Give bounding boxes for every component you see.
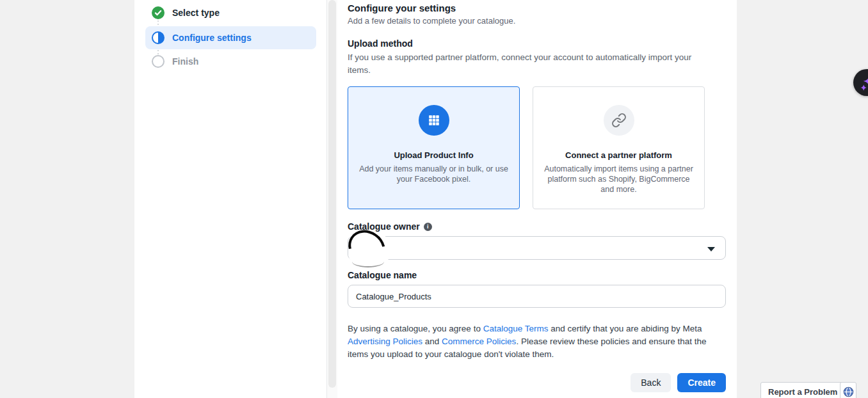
commerce-policies-link[interactable]: Commerce Policies — [442, 337, 516, 346]
grid-icon — [419, 105, 449, 136]
check-icon — [152, 6, 165, 19]
steps-sidebar: Select type Configure settings Finish — [134, 0, 327, 398]
step-connector-dots — [157, 20, 159, 25]
upload-method-label: Upload method — [348, 38, 413, 49]
card-title: Upload Product Info — [357, 150, 511, 160]
info-icon[interactable] — [424, 223, 432, 231]
card-description: Add your items manually or in bulk, or u… — [357, 164, 511, 184]
step-label: Configure settings — [172, 33, 252, 43]
upload-method-description: If you use a supported partner platform,… — [348, 51, 700, 77]
sparkles-icon — [857, 73, 868, 92]
catalogue-name-input[interactable] — [348, 285, 726, 308]
page: Select type Configure settings Finish Co… — [0, 0, 868, 398]
terms-segment: By using a catalogue, you agree to — [348, 324, 483, 333]
globe-icon — [843, 386, 854, 397]
link-icon — [604, 105, 634, 136]
language-button[interactable] — [840, 382, 856, 398]
page-subtitle: Add a few details to complete your catal… — [348, 16, 515, 26]
scrollbar-track[interactable] — [327, 0, 337, 398]
card-title: Connect a partner platform — [542, 150, 696, 160]
option-upload-product-info[interactable]: Upload Product Info Add your items manua… — [348, 86, 520, 209]
step-configure-settings[interactable]: Configure settings — [145, 26, 316, 49]
card-description: Automatically import items using a partn… — [542, 164, 696, 195]
step-finish[interactable]: Finish — [145, 50, 316, 73]
ai-assistant-button[interactable] — [853, 69, 868, 96]
step-label: Select type — [172, 8, 220, 18]
main-panel: Configure your settings Add a few detail… — [337, 0, 737, 398]
terms-segment: and — [422, 337, 442, 346]
create-button[interactable]: Create — [677, 373, 726, 392]
action-bar: Back Create — [348, 373, 726, 392]
catalogue-owner-select[interactable] — [348, 236, 726, 260]
option-connect-partner-platform[interactable]: Connect a partner platform Automatically… — [533, 86, 705, 209]
step-label: Finish — [172, 56, 198, 67]
page-title: Configure your settings — [348, 3, 456, 13]
catalogue-name-label: Catalogue name — [348, 270, 417, 280]
catalogue-terms-link[interactable]: Catalogue Terms — [483, 324, 549, 333]
terms-segment: and certify that you are abiding by Meta — [548, 324, 702, 333]
empty-circle-icon — [152, 55, 165, 68]
scrollbar-thumb[interactable] — [328, 0, 336, 388]
upload-method-options: Upload Product Info Add your items manua… — [348, 86, 705, 209]
report-a-problem-button[interactable]: Report a Problem — [760, 382, 845, 398]
terms-text: By using a catalogue, you agree to Catal… — [348, 322, 724, 361]
redacted-owner-value — [348, 231, 392, 268]
advertising-policies-link[interactable]: Advertising Policies — [348, 337, 422, 346]
step-select-type[interactable]: Select type — [145, 1, 316, 24]
chevron-down-icon — [707, 247, 715, 251]
back-button[interactable]: Back — [631, 373, 671, 392]
half-filled-circle-icon — [152, 31, 165, 44]
